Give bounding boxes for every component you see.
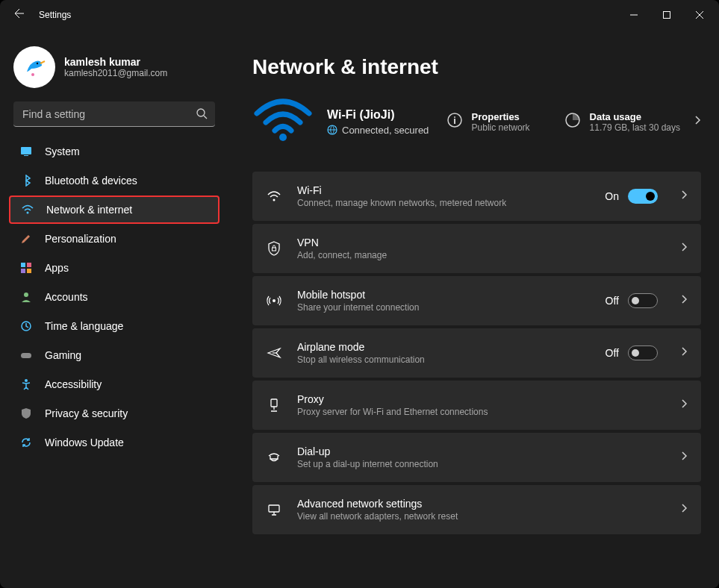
sidebar-item-time[interactable]: Time & language	[9, 312, 220, 340]
chevron-right-icon	[680, 190, 688, 203]
svg-point-2	[37, 63, 38, 64]
bluetooth-icon	[19, 174, 33, 187]
wifi-icon	[21, 203, 34, 216]
properties-title: Properties	[472, 111, 530, 122]
sidebar-item-gaming[interactable]: Gaming	[9, 341, 220, 369]
card-title: Advanced network settings	[297, 498, 658, 510]
sidebar-item-label: Personalization	[45, 233, 116, 245]
maximize-button[interactable]	[650, 4, 683, 26]
svg-point-12	[24, 293, 28, 297]
svg-point-15	[25, 379, 28, 382]
sidebar-item-network[interactable]: Network & internet	[9, 196, 220, 224]
wifi-ssid: Wi-Fi (JioJi)	[327, 108, 429, 122]
sidebar-item-label: Bluetooth & devices	[45, 175, 137, 187]
profile-name: kamlesh kumar	[64, 56, 167, 68]
window-title: Settings	[33, 10, 71, 20]
svg-rect-10	[21, 269, 25, 273]
chevron-right-icon	[680, 346, 688, 360]
card-wifi[interactable]: Wi-FiConnect, manage known networks, met…	[252, 172, 701, 221]
card-title: VPN	[297, 237, 658, 248]
network-adapter-icon	[266, 502, 282, 517]
update-icon	[19, 436, 33, 449]
card-title: Airplane mode	[297, 341, 591, 353]
settings-cards: Wi-FiConnect, manage known networks, met…	[252, 172, 701, 534]
usage-sub: 11.79 GB, last 30 days	[590, 122, 680, 133]
page-title: Network & internet	[252, 55, 701, 79]
sidebar-item-system[interactable]: System	[9, 137, 220, 166]
card-sub: Set up a dial-up internet connection	[297, 459, 658, 469]
svg-rect-25	[271, 399, 277, 407]
minimize-button[interactable]	[617, 4, 650, 26]
sidebar-item-label: Apps	[45, 262, 69, 274]
search-container	[13, 101, 215, 127]
titlebar: Settings	[0, 0, 719, 30]
properties-chip[interactable]: Properties Public network	[446, 111, 530, 133]
close-button[interactable]	[683, 4, 716, 26]
card-sub: Add, connect, manage	[297, 250, 658, 260]
hotspot-icon	[266, 293, 282, 308]
chevron-right-icon	[694, 115, 701, 128]
sidebar-item-apps[interactable]: Apps	[9, 254, 220, 282]
sidebar: kamlesh kumar kamlesh2011@gmail.com Syst…	[0, 30, 224, 588]
sidebar-item-label: Windows Update	[45, 437, 124, 448]
wifi-state: Connected, secured	[327, 125, 429, 136]
main-panel: Network & internet Wi-Fi (JioJi) Connect…	[224, 30, 719, 588]
card-proxy[interactable]: ProxyProxy server for Wi-Fi and Ethernet…	[252, 381, 701, 430]
svg-rect-23	[273, 248, 276, 251]
sidebar-item-label: Time & language	[45, 320, 123, 332]
card-vpn[interactable]: VPNAdd, connect, manage	[252, 224, 701, 273]
sidebar-item-label: System	[45, 146, 80, 157]
profile-email: kamlesh2011@gmail.com	[64, 68, 167, 78]
sidebar-item-bluetooth[interactable]: Bluetooth & devices	[9, 166, 220, 195]
profile-block[interactable]: kamlesh kumar kamlesh2011@gmail.com	[7, 39, 221, 101]
chevron-right-icon	[680, 242, 688, 255]
person-icon	[19, 290, 33, 304]
hotspot-toggle[interactable]	[628, 293, 658, 308]
toggle-label: Off	[606, 295, 619, 307]
data-usage-icon	[564, 112, 581, 131]
chevron-right-icon	[680, 294, 688, 307]
search-input[interactable]	[13, 101, 215, 127]
svg-rect-20	[454, 119, 455, 124]
svg-rect-8	[21, 263, 25, 267]
wifi-icon	[266, 189, 282, 204]
brush-icon	[19, 232, 33, 245]
display-icon	[19, 145, 33, 158]
sidebar-item-accounts[interactable]: Accounts	[9, 283, 220, 311]
data-usage-chip[interactable]: Data usage 11.79 GB, last 30 days	[564, 111, 701, 133]
toggle-label: Off	[606, 347, 619, 359]
sidebar-item-update[interactable]: Windows Update	[9, 428, 220, 457]
card-title: Wi-Fi	[297, 184, 590, 196]
sidebar-item-accessibility[interactable]: Accessibility	[9, 370, 220, 398]
card-dialup[interactable]: Dial-upSet up a dial-up internet connect…	[252, 433, 701, 482]
svg-rect-9	[27, 263, 31, 267]
card-advanced[interactable]: Advanced network settingsView all networ…	[252, 485, 701, 534]
usage-title: Data usage	[590, 111, 680, 122]
accessibility-icon	[19, 378, 33, 391]
dialup-icon	[266, 450, 282, 465]
svg-rect-26	[269, 505, 279, 512]
chevron-right-icon	[680, 503, 688, 516]
card-hotspot[interactable]: Mobile hotspotShare your internet connec…	[252, 276, 701, 325]
card-sub: Proxy server for Wi-Fi and Ethernet conn…	[297, 407, 658, 417]
sidebar-item-privacy[interactable]: Privacy & security	[9, 399, 220, 428]
sidebar-item-personalization[interactable]: Personalization	[9, 225, 220, 253]
svg-point-4	[197, 109, 205, 116]
sidebar-item-label: Privacy & security	[45, 407, 128, 419]
card-sub: Share your internet connection	[297, 302, 591, 313]
wifi-status[interactable]: Wi-Fi (JioJi) Connected, secured	[327, 108, 429, 136]
svg-point-7	[27, 212, 29, 214]
back-button[interactable]	[3, 7, 33, 22]
svg-rect-14	[21, 353, 31, 358]
properties-sub: Public network	[472, 122, 530, 133]
svg-point-22	[273, 199, 276, 201]
avatar	[13, 46, 55, 88]
sidebar-item-label: Accessibility	[45, 378, 102, 390]
svg-rect-0	[664, 12, 670, 19]
sidebar-item-label: Network & internet	[46, 204, 132, 216]
apps-icon	[19, 261, 33, 275]
card-airplane[interactable]: Airplane modeStop all wireless communica…	[252, 328, 701, 378]
wifi-toggle[interactable]	[628, 189, 658, 204]
card-title: Dial-up	[297, 445, 658, 457]
airplane-toggle[interactable]	[628, 345, 658, 360]
